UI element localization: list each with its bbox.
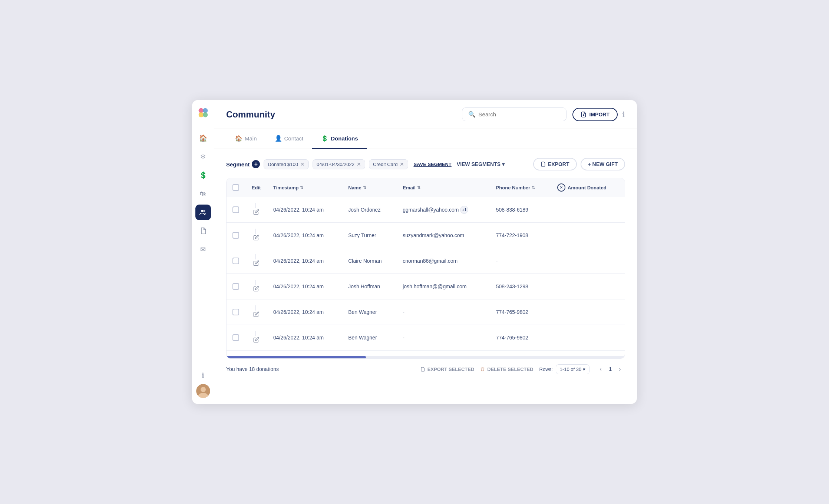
app-logo[interactable] (196, 106, 210, 122)
row-amount-2 (551, 248, 625, 274)
prev-page-button[interactable]: ‹ (595, 364, 606, 374)
sidebar-item-mail[interactable]: ✉ (195, 242, 211, 257)
row-timestamp-1: 04/26/2022, 10:24 am (267, 223, 342, 248)
row-email-text-3: josh.hoffman@@gmail.com (403, 284, 466, 289)
sidebar-item-bag[interactable]: 🛍 (195, 186, 211, 202)
export-button[interactable]: EXPORT (533, 158, 577, 170)
row-edit-button-5[interactable] (251, 336, 261, 345)
col-header-email[interactable]: Email ⇅ (397, 178, 490, 197)
sidebar-item-snowflake[interactable]: ❄ (195, 149, 211, 165)
delete-selected-button[interactable]: DELETE SELECTED (480, 367, 533, 372)
row-email-badge-3: josh.hoffman@@gmail.com (403, 284, 466, 289)
segment-tag-creditcard-label: Credit Card (373, 162, 397, 167)
row-checkbox-cell (227, 197, 245, 223)
sidebar-item-people[interactable] (195, 205, 211, 220)
row-checkbox-5[interactable] (232, 334, 239, 341)
save-segment-button[interactable]: SAVE SEGMENT (413, 162, 451, 167)
svg-point-5 (203, 210, 205, 212)
row-checkbox-3[interactable] (232, 283, 239, 290)
row-name-3: Josh Hoffman (342, 274, 397, 299)
table-row: | 04/26/2022, 10:24 am Suzy Turner suzya… (227, 223, 625, 248)
row-edit-button-3[interactable] (251, 285, 261, 294)
header-actions: IMPORT ℹ (572, 108, 625, 121)
row-edit-button-0[interactable] (251, 208, 261, 217)
row-name-4: Ben Wagner (342, 299, 397, 325)
info-icon-sidebar[interactable]: ℹ (202, 371, 204, 379)
name-sort-icon: ⇅ (363, 185, 366, 190)
tab-donations-label: Donations (331, 135, 358, 142)
segment-tag-donated100[interactable]: Donated $100 ✕ (264, 159, 309, 169)
sidebar-item-home[interactable]: 🏠 (195, 130, 211, 146)
tab-contact[interactable]: 👤 Contact (266, 129, 313, 149)
segment-tag-donated100-close[interactable]: ✕ (300, 162, 305, 167)
col-header-name[interactable]: Name ⇅ (342, 178, 397, 197)
row-email-6: - (397, 351, 490, 357)
tab-main-label: Main (245, 135, 257, 142)
svg-point-3 (203, 112, 208, 117)
row-edit-button-1[interactable] (251, 234, 261, 243)
row-email-extra-0[interactable]: +1 (460, 206, 468, 214)
search-icon: 🔍 (468, 111, 476, 118)
row-checkbox-0[interactable] (232, 206, 239, 213)
table-row: | 04/26/2022, 10:24 am Josh Hoffman josh… (227, 274, 625, 299)
select-all-checkbox[interactable] (232, 184, 239, 191)
new-gift-button[interactable]: + NEW GIFT (581, 158, 625, 170)
next-page-button[interactable]: › (615, 364, 625, 374)
col-header-timestamp[interactable]: Timestamp ⇅ (267, 178, 342, 197)
view-segments-label: VIEW SEGMENTS (457, 161, 501, 167)
table-row: | 04/26/2022, 10:24 am Ben Wagner - 774-… (227, 325, 625, 351)
rows-value: 1-10 of 30 (560, 367, 582, 372)
rows-dropdown[interactable]: 1-10 of 30 ▾ (556, 364, 590, 374)
row-timestamp-0: 04/26/2022, 10:24 am (267, 197, 342, 223)
segment-tag-creditcard[interactable]: Credit Card ✕ (369, 159, 408, 169)
amount-col-icon[interactable]: × (557, 183, 565, 192)
segment-add-button[interactable]: + (252, 160, 260, 168)
email-sort-icon: ⇅ (417, 185, 420, 190)
tab-main[interactable]: 🏠 Main (226, 129, 266, 149)
segment-tag-daterange-close[interactable]: ✕ (357, 162, 361, 167)
segment-tag-daterange[interactable]: 04/01-04/30/2022 ✕ (313, 159, 365, 169)
view-segments-chevron: ▾ (502, 161, 505, 167)
export-selected-button[interactable]: EXPORT SELECTED (420, 367, 474, 372)
import-button[interactable]: IMPORT (572, 108, 618, 121)
sidebar-item-file[interactable] (195, 223, 211, 239)
col-header-checkbox (227, 178, 245, 197)
segment-tag-creditcard-close[interactable]: ✕ (400, 162, 404, 167)
row-edit-cell: | (245, 299, 267, 325)
row-email-badge-2: cnorman86@gmail.com (403, 258, 458, 264)
info-icon-header[interactable]: ℹ (622, 110, 625, 119)
col-header-phone[interactable]: Phone Number ⇅ (490, 178, 551, 197)
sidebar-item-dollar[interactable]: 💲 (195, 168, 211, 183)
row-email-5: - (397, 325, 490, 351)
row-timestamp-2: 04/26/2022, 10:24 am (267, 248, 342, 274)
row-name-0: Josh Ordonez (342, 197, 397, 223)
svg-point-0 (198, 108, 203, 113)
tab-donations[interactable]: 💲 Donations (312, 129, 367, 149)
search-bar[interactable]: 🔍 (462, 107, 567, 121)
search-input[interactable] (479, 111, 560, 117)
row-amount-0 (551, 197, 625, 223)
segment-actions: EXPORT + NEW GIFT (533, 158, 625, 170)
row-amount-6 (551, 351, 625, 357)
row-checkbox-1[interactable] (232, 232, 239, 239)
row-edit-button-2[interactable] (251, 259, 261, 268)
data-table-wrapper: Edit Timestamp ⇅ Name (226, 178, 625, 359)
col-header-edit: Edit (245, 178, 267, 197)
row-checkbox-4[interactable] (232, 309, 239, 315)
row-edit-button-4[interactable] (251, 311, 261, 319)
row-email-dash-4: - (403, 309, 404, 315)
user-avatar[interactable] (196, 384, 210, 398)
row-email-text-2: cnorman86@gmail.com (403, 258, 458, 264)
donation-count: You have 18 donations (226, 366, 279, 372)
scroll-bar[interactable] (227, 356, 625, 358)
col-header-amount[interactable]: × Amount Donated (551, 178, 625, 197)
main-content: Community 🔍 IMPORT ℹ 🏠 (214, 100, 637, 404)
col-divider: | (255, 305, 256, 311)
view-segments-button[interactable]: VIEW SEGMENTS ▾ (457, 161, 505, 167)
row-checkbox-cell (227, 351, 245, 357)
svg-point-7 (201, 387, 206, 392)
row-phone-5: 774-765-9802 (490, 325, 551, 351)
table-scroll[interactable]: Edit Timestamp ⇅ Name (227, 178, 625, 356)
row-checkbox-2[interactable] (232, 258, 239, 264)
col-divider: | (255, 356, 256, 356)
